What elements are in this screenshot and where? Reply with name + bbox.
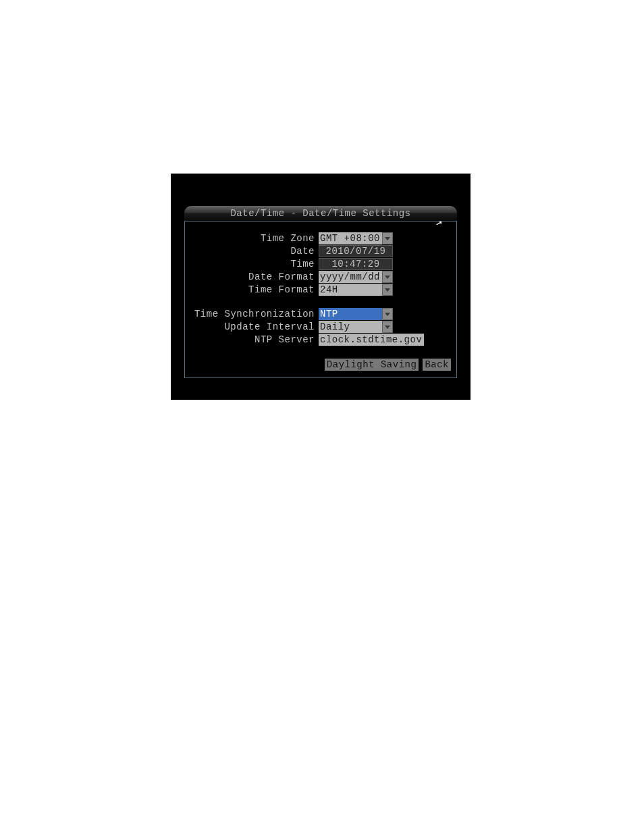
- label-timezone: Time Zone: [190, 233, 319, 244]
- back-button[interactable]: Back: [423, 359, 451, 371]
- row-update-interval: Update Interval Daily: [190, 321, 451, 333]
- select-timezone[interactable]: GMT +08:00: [319, 232, 393, 244]
- input-time-value: 10:47:29: [331, 258, 379, 270]
- row-date: Date 2010/07/19: [190, 245, 451, 257]
- app-screen: Date/Time - Date/Time Settings Time Zone…: [171, 174, 471, 400]
- chevron-down-icon: [382, 232, 393, 244]
- row-date-format: Date Format yyyy/mm/dd: [190, 271, 451, 283]
- select-timezone-value: GMT +08:00: [320, 232, 380, 244]
- select-time-sync-value: NTP: [320, 308, 338, 320]
- dialog-body: Time Zone GMT +08:00 Date 2010/07/19 Tim…: [184, 221, 457, 378]
- label-update-interval: Update Interval: [190, 321, 319, 332]
- select-update-interval-value: Daily: [320, 321, 350, 333]
- select-time-sync[interactable]: NTP: [319, 308, 393, 320]
- row-time-sync: Time Synchronization NTP: [190, 308, 451, 320]
- row-time: Time 10:47:29: [190, 258, 451, 270]
- input-date[interactable]: 2010/07/19: [319, 245, 393, 257]
- label-date-format: Date Format: [190, 271, 319, 282]
- label-date: Date: [190, 246, 319, 257]
- row-timezone: Time Zone GMT +08:00: [190, 232, 451, 244]
- dialog-title-bar: Date/Time - Date/Time Settings: [184, 206, 457, 221]
- chevron-down-icon: [382, 271, 393, 283]
- input-ntp-server[interactable]: clock.stdtime.gov: [319, 334, 424, 346]
- select-update-interval[interactable]: Daily: [319, 321, 393, 333]
- select-date-format-value: yyyy/mm/dd: [320, 271, 380, 283]
- label-time-sync: Time Synchronization: [190, 309, 319, 319]
- daylight-saving-button[interactable]: Daylight Saving: [325, 359, 419, 371]
- input-date-value: 2010/07/19: [325, 245, 385, 257]
- chevron-down-icon: [382, 321, 393, 333]
- row-time-format: Time Format 24H: [190, 284, 451, 296]
- row-ntp-server: NTP Server clock.stdtime.gov: [190, 334, 451, 346]
- chevron-down-icon: [382, 308, 393, 320]
- select-time-format-value: 24H: [320, 284, 338, 296]
- input-time[interactable]: 10:47:29: [319, 258, 393, 270]
- label-time-format: Time Format: [190, 284, 319, 295]
- select-time-format[interactable]: 24H: [319, 284, 393, 296]
- chevron-down-icon: [382, 284, 393, 296]
- select-date-format[interactable]: yyyy/mm/dd: [319, 271, 393, 283]
- button-row: Daylight Saving Back: [325, 359, 451, 371]
- label-ntp-server: NTP Server: [190, 334, 319, 345]
- label-time: Time: [190, 259, 319, 269]
- input-ntp-server-value: clock.stdtime.gov: [320, 334, 422, 346]
- datetime-settings-dialog: Date/Time - Date/Time Settings Time Zone…: [184, 206, 457, 378]
- dialog-title: Date/Time - Date/Time Settings: [230, 208, 410, 219]
